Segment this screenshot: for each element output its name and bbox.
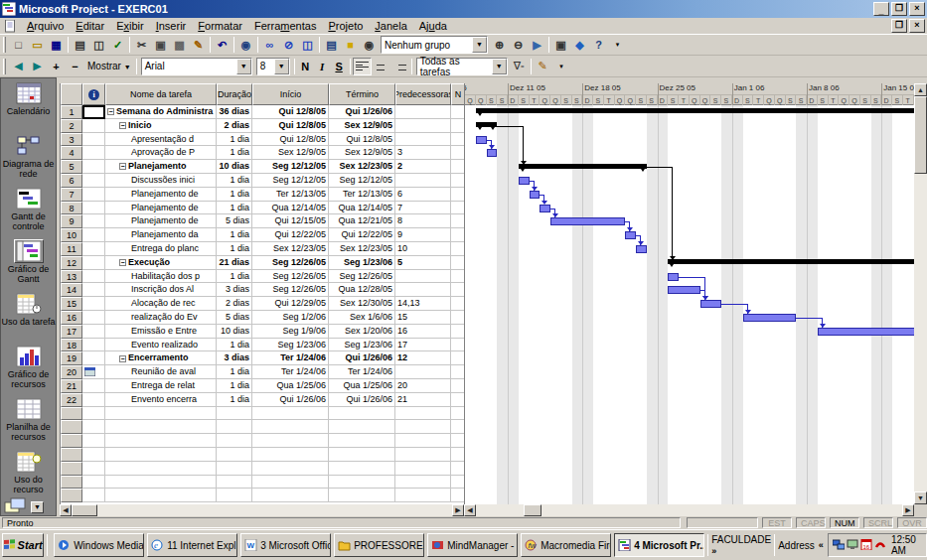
- task-name-cell[interactable]: Reunião de aval: [105, 365, 217, 379]
- menu-exibir[interactable]: Exibir: [110, 19, 150, 33]
- minimize-button[interactable]: _: [873, 2, 889, 16]
- viewbar-scroll-down-button[interactable]: ▼: [31, 501, 44, 513]
- info-cell[interactable]: [82, 133, 105, 147]
- chevron-down-icon[interactable]: ▼: [274, 59, 289, 74]
- close-button[interactable]: ×: [909, 2, 925, 16]
- row-number[interactable]: 10: [61, 228, 82, 242]
- start-cell[interactable]: Seg 1/2/06: [252, 311, 329, 325]
- view-task-usage[interactable]: Uso da tarefa: [1, 289, 56, 342]
- duration-cell[interactable]: 1 dia: [217, 379, 252, 393]
- predecessors-cell[interactable]: [395, 270, 451, 284]
- finish-cell[interactable]: Seg 12/12/05: [329, 174, 395, 188]
- font-name-combo[interactable]: Arial▼: [141, 58, 252, 75]
- menu-arquivo[interactable]: Arquivo: [21, 19, 70, 33]
- open-button[interactable]: ▭: [28, 36, 47, 54]
- scroll-right-icon[interactable]: ▶: [452, 504, 464, 516]
- task-name-cell[interactable]: Entrega de relat: [105, 379, 217, 393]
- finish-cell[interactable]: Seg 12/26/05: [329, 270, 395, 284]
- collapse-icon[interactable]: −: [119, 122, 126, 129]
- predecessors-cell[interactable]: [395, 174, 451, 188]
- duration-cell[interactable]: 2 dias: [217, 297, 252, 311]
- print-button[interactable]: ▤: [71, 36, 89, 54]
- autofilter-button[interactable]: ✎: [534, 58, 552, 75]
- start-cell[interactable]: Qui 12/8/05: [252, 105, 329, 119]
- finish-cell[interactable]: Seg 1/23/06: [329, 256, 395, 270]
- task-name-cell[interactable]: Planejamento de: [105, 188, 217, 202]
- show-subtasks-button[interactable]: +: [47, 58, 66, 75]
- task-name-cell[interactable]: realização do Ev: [105, 311, 217, 325]
- finish-cell[interactable]: Ter 12/13/05: [329, 188, 395, 202]
- zoom-in-button[interactable]: ⊕: [490, 36, 509, 54]
- duration-cell[interactable]: 10 dias: [217, 160, 252, 174]
- view-calendar-view[interactable]: Calendário: [1, 78, 56, 131]
- bold-button[interactable]: N: [297, 58, 314, 75]
- predecessors-cell[interactable]: 5: [395, 256, 451, 270]
- duration-cell[interactable]: 5 dias: [217, 214, 252, 228]
- calendar-tray-icon[interactable]: 16: [860, 539, 872, 552]
- gantt-task-bar[interactable]: [550, 217, 625, 225]
- indent-button[interactable]: ▶: [28, 58, 47, 75]
- task-name-cell[interactable]: Planejamento de: [105, 202, 217, 215]
- finish-cell[interactable]: Qui 1/26/06: [329, 105, 395, 119]
- info-cell[interactable]: [82, 351, 105, 365]
- task-name-cell[interactable]: Envento encerra: [105, 393, 217, 407]
- task-name-cell[interactable]: Entrega do planc: [105, 242, 217, 256]
- print-preview-button[interactable]: ◫: [89, 36, 108, 54]
- scroll-left-icon[interactable]: ◀: [60, 504, 72, 516]
- predecessors-cell[interactable]: [395, 119, 451, 133]
- finish-cell[interactable]: Sex 12/23/05: [329, 160, 395, 174]
- assign-resources-button[interactable]: ◉: [360, 36, 379, 54]
- start-cell[interactable]: Sex 12/23/05: [252, 242, 329, 256]
- row-number[interactable]: 21: [61, 379, 82, 393]
- filter-icon[interactable]: ∇=: [510, 58, 529, 75]
- duration-cell[interactable]: 3 dias: [217, 283, 252, 297]
- column-header-i[interactable]: i: [82, 83, 105, 105]
- duration-cell[interactable]: 2 dias: [217, 119, 252, 133]
- info-cell[interactable]: [82, 379, 105, 393]
- info-cell[interactable]: [82, 325, 105, 339]
- predecessors-cell[interactable]: 20: [395, 379, 451, 393]
- task-name-cell[interactable]: Evento realizado: [105, 339, 217, 352]
- info-cell[interactable]: [82, 202, 105, 215]
- hyperlink-button[interactable]: ◉: [236, 36, 255, 54]
- column-header-Predecessoras[interactable]: Predecessoras: [395, 83, 451, 105]
- scroll-left-icon[interactable]: ◀: [464, 504, 476, 516]
- predecessors-cell[interactable]: [395, 133, 451, 147]
- duration-cell[interactable]: 5 dias: [217, 311, 252, 325]
- unlink-tasks-button[interactable]: ⊘: [279, 36, 298, 54]
- finish-cell[interactable]: Ter 1/24/06: [329, 365, 395, 379]
- copy-button[interactable]: ▣: [151, 36, 170, 54]
- predecessors-cell[interactable]: 12: [395, 351, 451, 365]
- finish-cell[interactable]: Sex 12/9/05: [329, 146, 395, 160]
- copy-picture-button[interactable]: ▣: [551, 36, 570, 54]
- info-cell[interactable]: [82, 365, 105, 379]
- start-cell[interactable]: Qui 12/15/05: [252, 214, 329, 228]
- row-number[interactable]: 9: [61, 214, 82, 228]
- taskbar-button[interactable]: e11 Internet Expl...▼: [147, 533, 237, 557]
- toolbar-options-icon[interactable]: ▾: [552, 58, 571, 75]
- info-cell[interactable]: [82, 297, 105, 311]
- info-cell[interactable]: [82, 339, 105, 352]
- gantt-task-bar[interactable]: [700, 300, 722, 308]
- taskbar-button[interactable]: 4 Microsoft Pr...▼: [614, 533, 704, 557]
- predecessors-cell[interactable]: 6: [395, 188, 451, 202]
- start-cell[interactable]: Seg 12/26/05: [252, 256, 329, 270]
- duration-cell[interactable]: 1 dia: [217, 188, 252, 202]
- font-size-combo[interactable]: 8▼: [256, 58, 290, 75]
- info-cell[interactable]: [82, 188, 105, 202]
- collapse-icon[interactable]: −: [119, 355, 126, 362]
- finish-cell[interactable]: Sex 12/9/05: [329, 119, 395, 133]
- predecessors-cell[interactable]: 3: [395, 146, 451, 160]
- column-header-Duração[interactable]: Duração: [217, 83, 252, 105]
- finish-cell[interactable]: Seg 1/23/06: [329, 339, 395, 352]
- task-name-cell[interactable]: −Inicio: [105, 119, 217, 133]
- finish-cell[interactable]: Qua 12/21/05: [329, 214, 395, 228]
- collapse-icon[interactable]: −: [107, 108, 114, 115]
- menu-inserir[interactable]: Inserir: [150, 19, 193, 33]
- task-name-cell[interactable]: Discussões inici: [105, 174, 217, 188]
- task-name-cell[interactable]: −Planejamento: [105, 160, 217, 174]
- task-name-cell[interactable]: Emissão e Entre: [105, 325, 217, 339]
- info-cell[interactable]: [82, 174, 105, 188]
- row-number[interactable]: 18: [61, 339, 82, 352]
- info-cell[interactable]: [82, 119, 105, 133]
